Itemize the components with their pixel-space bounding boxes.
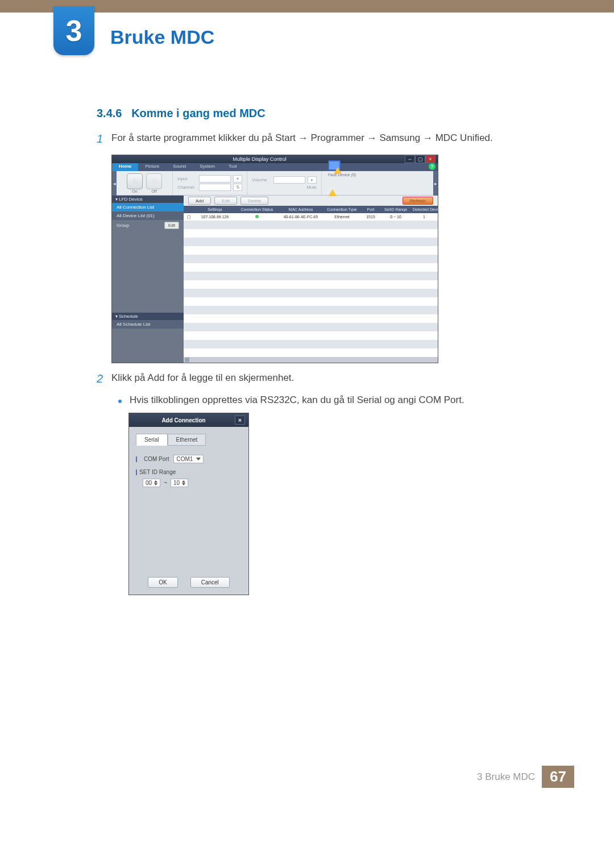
add-button[interactable]: Add xyxy=(188,197,211,205)
input-dropdown-icon[interactable]: ▾ xyxy=(233,175,242,182)
window-controls: – ▢ × xyxy=(405,155,435,163)
fault-device-icon[interactable] xyxy=(328,160,341,173)
col-setid: SetID Range xyxy=(381,207,410,211)
input-label: Input xyxy=(177,176,197,181)
tab-ethernet[interactable]: Ethernet xyxy=(168,434,206,446)
channel-stepper-icon[interactable]: ⇅ xyxy=(233,184,242,191)
maximize-icon[interactable]: ▢ xyxy=(415,155,425,163)
col-port: Port xyxy=(360,207,381,211)
dialog-close-icon[interactable]: × xyxy=(235,416,245,425)
volume-step-icon[interactable]: ▸ xyxy=(308,176,317,184)
tab-home[interactable]: Home xyxy=(112,163,138,171)
tab-sound[interactable]: Sound xyxy=(166,163,193,171)
chevron-down-icon xyxy=(196,458,201,460)
tab-picture[interactable]: Picture xyxy=(138,163,166,171)
section-number: 3.4.6 xyxy=(97,107,122,119)
right-arrow-icon[interactable]: ▸ xyxy=(433,171,438,196)
chapter-number: 3 xyxy=(66,14,82,48)
sidebar-group-label: Group xyxy=(117,223,129,228)
fault-alert-icon[interactable] xyxy=(326,189,339,202)
volume-input[interactable] xyxy=(273,176,305,184)
bullet-1-text: Hvis tilkoblingen opprettes via RS232C, … xyxy=(130,394,464,406)
com-port-select[interactable]: COM1 xyxy=(173,455,204,463)
horizontal-scrollbar[interactable] xyxy=(184,357,438,363)
add-connection-dialog: Add Connection × Serial Ethernet COM Por… xyxy=(128,413,249,595)
close-icon[interactable]: × xyxy=(425,155,435,163)
sidebar-all-connection-list[interactable]: All Connection List xyxy=(112,203,184,211)
col-settings: Settings xyxy=(194,207,236,211)
page-footer: 3 Bruke MDC 67 xyxy=(0,766,614,801)
power-on-icon[interactable]: ⏻ xyxy=(127,173,143,189)
dialog-tabs: Serial Ethernet xyxy=(136,434,242,446)
input-select[interactable] xyxy=(199,175,231,182)
page-content: 3.4.6 Komme i gang med MDC 1 For å start… xyxy=(0,61,614,618)
left-arrow-icon[interactable]: ◂ xyxy=(112,171,117,196)
dialog-title: Add Connection xyxy=(132,417,235,423)
help-icon[interactable]: ? xyxy=(429,163,435,170)
setid-range-label: SET ID Range xyxy=(139,469,176,475)
power-off-icon[interactable]: ⏻ xyxy=(146,173,162,189)
main-pane: Add Edit Delete Refresh Settings Connect… xyxy=(184,196,438,363)
chapter-badge: 3 xyxy=(53,6,94,55)
mdc-toolbar: ⏻ On ⏻ Off Input ▾ Channel xyxy=(117,171,433,196)
table-header: Settings Connection Status MAC Address C… xyxy=(184,206,438,213)
range-from-stepper[interactable]: 00 xyxy=(143,479,160,487)
row-check[interactable]: ▢ xyxy=(184,215,194,219)
minimize-icon[interactable]: – xyxy=(405,155,415,163)
tab-system[interactable]: System xyxy=(193,163,222,171)
mdc-screenshot: Multiple Display Control – ▢ × Home Pict… xyxy=(111,155,438,363)
dialog-footer: OK Cancel xyxy=(129,574,248,595)
chapter-header: 3 Bruke MDC xyxy=(0,13,614,61)
fault-device-label: Fault Device (0) xyxy=(328,173,356,177)
cell-status xyxy=(236,215,278,219)
sidebar-lfd-label: LFD Device xyxy=(119,197,143,202)
sidebar-all-device-list[interactable]: All Device List (01) xyxy=(112,211,184,220)
table-row[interactable]: ▢ 107.108.89.126 40-61-86-4E-FC-65 Ether… xyxy=(184,213,438,221)
footer-text: 3 Bruke MDC xyxy=(477,771,535,783)
cell-settings: 107.108.89.126 xyxy=(194,215,236,219)
mdc-body: ▾ LFD Device All Connection List All Dev… xyxy=(112,196,438,363)
refresh-button[interactable]: Refresh xyxy=(403,197,433,205)
input-channel-group: Input ▾ Channel ⇅ xyxy=(172,171,247,195)
channel-input[interactable] xyxy=(199,184,231,191)
sidebar: ▾ LFD Device All Connection List All Dev… xyxy=(112,196,184,363)
ok-button[interactable]: OK xyxy=(148,577,177,588)
delete-button[interactable]: Delete xyxy=(240,197,268,205)
com-port-value: COM1 xyxy=(176,456,193,462)
bullet-dot-icon xyxy=(118,400,122,403)
tab-tool[interactable]: Tool xyxy=(222,163,244,171)
sidebar-all-schedule-list[interactable]: All Schedule List xyxy=(112,320,184,329)
step-1-number: 1 xyxy=(97,132,111,146)
step-2: 2 Klikk på Add for å legge til en skjerm… xyxy=(97,372,557,385)
section-heading: 3.4.6 Komme i gang med MDC xyxy=(97,107,557,120)
cell-mac: 40-61-86-4E-FC-65 xyxy=(278,215,323,219)
range-from-value: 00 xyxy=(146,480,152,486)
cell-ctype: Ethernet xyxy=(323,215,360,219)
range-to-value: 10 xyxy=(173,480,180,486)
power-group: ⏻ On ⏻ Off xyxy=(117,171,172,195)
mute-label[interactable]: Mute xyxy=(306,185,317,190)
table-empty-rows xyxy=(184,221,438,357)
channel-label: Channel xyxy=(177,185,197,190)
com-port-label: COM Port xyxy=(144,456,169,462)
sidebar-edit-button[interactable]: Edit xyxy=(164,222,179,229)
mdc-tabbar: Home Picture Sound System Tool ? xyxy=(112,163,438,171)
com-port-row: COM Port COM1 xyxy=(136,455,242,463)
power-on-label: On xyxy=(127,189,143,193)
sidebar-schedule-label: Schedule xyxy=(119,314,138,319)
col-conn-type: Connection Type xyxy=(323,207,360,211)
fault-group: Fault Device (0) Fault Device Alert xyxy=(321,171,362,195)
tab-serial[interactable]: Serial xyxy=(136,434,168,446)
sidebar-group[interactable]: Group Edit xyxy=(112,220,184,231)
sidebar-lfd-header[interactable]: ▾ LFD Device xyxy=(112,196,184,203)
edit-button[interactable]: Edit xyxy=(214,197,237,205)
range-to-stepper[interactable]: 10 xyxy=(171,479,188,487)
dialog-body: Serial Ethernet COM Port COM1 SET ID Ran… xyxy=(129,427,248,574)
sidebar-schedule-header[interactable]: ▾ Schedule xyxy=(112,313,184,320)
chapter-title: Bruke MDC xyxy=(110,26,214,48)
step-1: 1 For å starte programmet klikker du på … xyxy=(97,132,557,146)
step-2-text: Klikk på Add for å legge til en skjermen… xyxy=(111,372,294,384)
cancel-button[interactable]: Cancel xyxy=(190,577,230,588)
cell-port: 1515 xyxy=(360,215,381,219)
field-marker-icon xyxy=(136,456,137,462)
